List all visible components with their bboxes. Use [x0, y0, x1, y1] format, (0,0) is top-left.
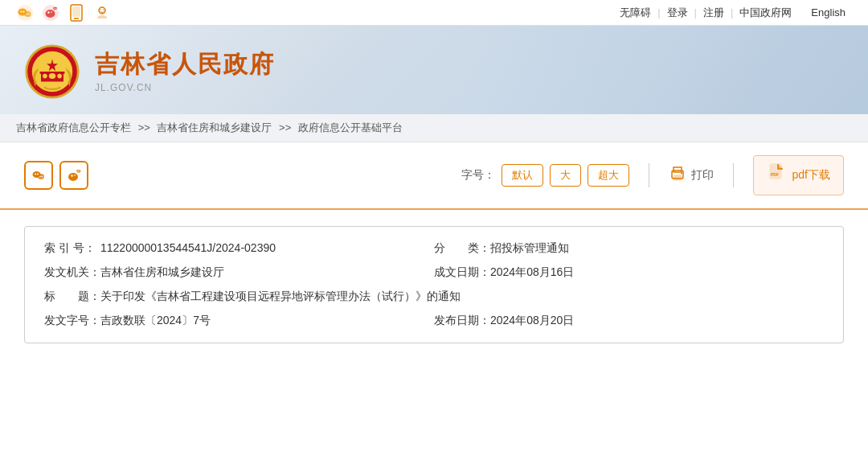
svg-rect-13 [72, 6, 80, 17]
doc-issuer-label: 发文机关： [44, 265, 100, 280]
svg-point-2 [21, 10, 23, 12]
svg-point-9 [47, 11, 49, 13]
svg-point-32 [68, 173, 78, 181]
svg-point-6 [28, 13, 30, 14]
font-size-section: 字号： 默认 大 超大 [461, 164, 629, 187]
doc-publish-date-value: 2024年08月20日 [490, 314, 574, 328]
breadcrumb-part2[interactable]: 吉林省住房和城乡建设厅 [157, 121, 272, 134]
svg-rect-37 [674, 167, 682, 172]
doc-category-label: 分 类： [434, 241, 490, 256]
doc-date-created-value: 2024年08月16日 [490, 265, 574, 280]
svg-point-22 [49, 73, 55, 79]
doc-date-created-label: 成文日期： [434, 265, 490, 280]
svg-point-5 [27, 13, 28, 14]
doc-publish-date-label: 发布日期： [434, 314, 490, 328]
doc-title-label: 标 题： [44, 290, 100, 304]
breadcrumb-part1[interactable]: 吉林省政府信息公开专栏 [16, 121, 131, 134]
svg-point-15 [100, 9, 101, 10]
svg-point-34 [74, 175, 76, 176]
pdf-label: pdf下载 [792, 168, 830, 183]
svg-text:PDF: PDF [771, 172, 779, 177]
doc-publish-date-row: 发布日期： 2024年08月20日 [434, 314, 824, 328]
face-icon[interactable] [93, 4, 111, 22]
site-subtitle: JL.GOV.CN [95, 82, 275, 93]
toolbar-social [24, 161, 88, 190]
svg-point-27 [35, 174, 36, 175]
register-link[interactable]: 注册 [697, 6, 731, 20]
document-info-container: 索 引 号： 11220000013544541J/2024-02390 分 类… [0, 210, 868, 359]
doc-index-row: 索 引 号： 11220000013544541J/2024-02390 [44, 241, 434, 256]
breadcrumb-sep2: >> [279, 121, 291, 134]
doc-index-value: 11220000013544541J/2024-02390 [100, 241, 276, 254]
svg-point-28 [37, 174, 39, 175]
top-nav-links: 无障碍 | 登录 | 注册 | 中国政府网 English [613, 6, 852, 20]
accessibility-link[interactable]: 无障碍 [613, 6, 657, 20]
doc-date-created-row: 成文日期： 2024年08月16日 [434, 265, 824, 280]
header-text: 吉林省人民政府 JL.GOV.CN [95, 50, 275, 93]
pdf-icon: PDF [767, 162, 788, 188]
doc-num-row: 发文字号： 吉政数联〔2024〕7号 [44, 314, 434, 328]
wechat-icon[interactable] [16, 4, 34, 22]
doc-num-value: 吉政数联〔2024〕7号 [100, 314, 211, 328]
govsite-link[interactable]: 中国政府网 [733, 6, 798, 20]
document-info-grid: 索 引 号： 11220000013544541J/2024-02390 分 类… [44, 241, 824, 328]
doc-title-row: 标 题： 关于印发《吉林省工程建设项目远程异地评标管理办法（试行）》的通知 [44, 290, 824, 304]
print-section[interactable]: 打印 [669, 165, 714, 187]
doc-category-value: 招投标管理通知 [490, 241, 569, 256]
mobile-icon[interactable] [68, 4, 85, 22]
toolbar-wechat-button[interactable] [24, 161, 53, 190]
document-info-box: 索 引 号： 11220000013544541J/2024-02390 分 类… [24, 226, 844, 343]
svg-point-3 [23, 10, 25, 12]
site-title: 吉林省人民政府 [95, 50, 275, 79]
toolbar-weibo-button[interactable] [59, 161, 88, 190]
toolbar-divider2 [733, 163, 734, 187]
doc-issuer-value: 吉林省住房和城乡建设厅 [100, 265, 224, 280]
english-link[interactable]: English [805, 6, 852, 18]
svg-point-8 [46, 10, 55, 18]
svg-point-30 [39, 176, 41, 178]
doc-index-label: 索 引 号： [44, 241, 100, 256]
doc-issuer-row: 发文机关： 吉林省住房和城乡建设厅 [44, 265, 434, 280]
site-header: 吉林省人民政府 JL.GOV.CN [0, 26, 868, 114]
svg-point-33 [71, 175, 72, 176]
font-default-button[interactable]: 默认 [502, 164, 543, 187]
pdf-download-section[interactable]: PDF pdf下载 [753, 155, 844, 195]
weibo-icon[interactable] [42, 4, 59, 22]
top-nav: 无障碍 | 登录 | 注册 | 中国政府网 English [0, 0, 868, 26]
print-icon [669, 165, 686, 187]
svg-point-23 [43, 73, 47, 78]
svg-rect-36 [674, 175, 682, 180]
doc-num-label: 发文字号： [44, 314, 100, 328]
doc-title-value: 关于印发《吉林省工程建设项目远程异地评标管理办法（试行）》的通知 [100, 290, 461, 304]
breadcrumb-part3: 政府信息公开基础平台 [298, 121, 403, 134]
breadcrumb-sep1: >> [138, 121, 150, 134]
svg-point-16 [103, 9, 104, 10]
login-link[interactable]: 登录 [661, 6, 694, 20]
svg-point-29 [38, 174, 44, 179]
top-nav-social-icons [16, 4, 111, 22]
print-label: 打印 [691, 168, 714, 183]
national-emblem [24, 43, 80, 100]
font-large-button[interactable]: 大 [550, 164, 581, 187]
svg-point-10 [51, 11, 52, 13]
toolbar: 字号： 默认 大 超大 打印 PDF pdf下载 [0, 142, 868, 210]
breadcrumb: 吉林省政府信息公开专栏 >> 吉林省住房和城乡建设厅 >> 政府信息公开基础平台 [0, 114, 868, 142]
svg-point-4 [25, 11, 31, 17]
font-xlarge-button[interactable]: 超大 [588, 164, 629, 187]
svg-point-38 [681, 172, 682, 174]
svg-point-31 [42, 176, 43, 178]
doc-category-row: 分 类： 招投标管理通知 [434, 241, 824, 256]
font-size-label: 字号： [461, 168, 495, 183]
svg-point-24 [57, 73, 62, 78]
header-background [466, 26, 868, 114]
toolbar-divider1 [649, 163, 649, 187]
